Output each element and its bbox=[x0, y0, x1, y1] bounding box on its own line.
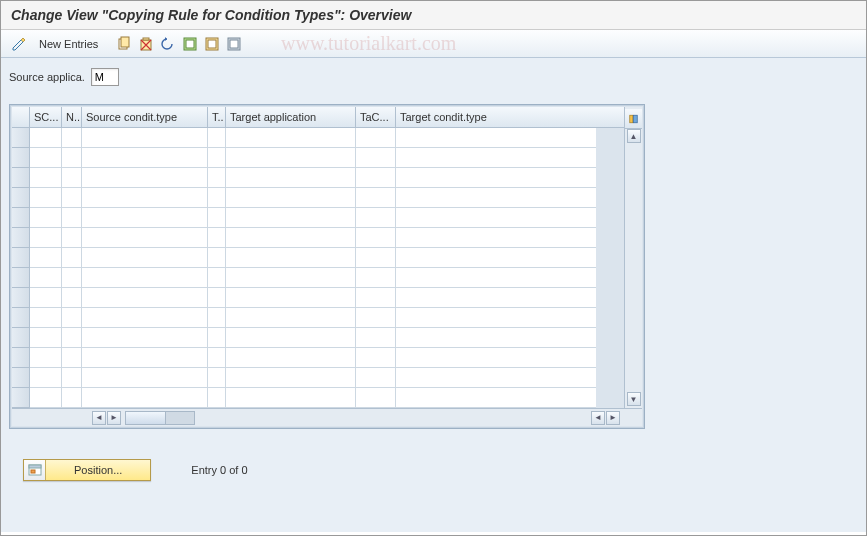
table-cell[interactable] bbox=[356, 228, 396, 248]
table-cell[interactable] bbox=[208, 268, 226, 288]
table-cell[interactable] bbox=[396, 188, 596, 208]
table-cell[interactable] bbox=[62, 128, 82, 148]
table-cell[interactable] bbox=[226, 288, 356, 308]
table-cell[interactable] bbox=[226, 128, 356, 148]
table-cell[interactable] bbox=[62, 228, 82, 248]
table-cell[interactable] bbox=[226, 148, 356, 168]
table-cell[interactable] bbox=[62, 288, 82, 308]
row-selector[interactable] bbox=[12, 228, 30, 248]
table-cell[interactable] bbox=[208, 368, 226, 388]
col-header-source-condit-type[interactable]: Source condit.type bbox=[82, 107, 208, 127]
table-cell[interactable] bbox=[396, 288, 596, 308]
table-cell[interactable] bbox=[356, 208, 396, 228]
table-cell[interactable] bbox=[82, 148, 208, 168]
table-cell[interactable] bbox=[226, 328, 356, 348]
table-cell[interactable] bbox=[396, 128, 596, 148]
table-cell[interactable] bbox=[82, 308, 208, 328]
row-selector[interactable] bbox=[12, 168, 30, 188]
table-cell[interactable] bbox=[208, 228, 226, 248]
table-cell[interactable] bbox=[82, 288, 208, 308]
table-cell[interactable] bbox=[82, 348, 208, 368]
new-entries-button[interactable]: New Entries bbox=[31, 36, 106, 52]
table-row[interactable] bbox=[12, 248, 624, 268]
scroll-down-icon[interactable]: ▼ bbox=[627, 392, 641, 406]
table-cell[interactable] bbox=[356, 268, 396, 288]
table-cell[interactable] bbox=[226, 168, 356, 188]
table-row[interactable] bbox=[12, 148, 624, 168]
table-config-icon[interactable] bbox=[625, 109, 642, 129]
table-cell[interactable] bbox=[82, 228, 208, 248]
table-cell[interactable] bbox=[30, 188, 62, 208]
table-cell[interactable] bbox=[62, 268, 82, 288]
table-cell[interactable] bbox=[208, 248, 226, 268]
row-selector[interactable] bbox=[12, 348, 30, 368]
table-cell[interactable] bbox=[396, 348, 596, 368]
table-cell[interactable] bbox=[62, 248, 82, 268]
table-cell[interactable] bbox=[396, 148, 596, 168]
table-cell[interactable] bbox=[356, 308, 396, 328]
table-cell[interactable] bbox=[62, 208, 82, 228]
horizontal-scrollbar[interactable]: ◄ ► ◄ ► bbox=[12, 408, 642, 426]
table-cell[interactable] bbox=[396, 228, 596, 248]
table-cell[interactable] bbox=[62, 368, 82, 388]
table-cell[interactable] bbox=[226, 248, 356, 268]
table-row[interactable] bbox=[12, 128, 624, 148]
col-header-t[interactable]: T.. bbox=[208, 107, 226, 127]
table-cell[interactable] bbox=[62, 168, 82, 188]
table-cell[interactable] bbox=[226, 208, 356, 228]
table-row[interactable] bbox=[12, 388, 624, 408]
table-cell[interactable] bbox=[356, 128, 396, 148]
table-cell[interactable] bbox=[30, 128, 62, 148]
scroll-up-icon[interactable]: ▲ bbox=[627, 129, 641, 143]
table-cell[interactable] bbox=[30, 168, 62, 188]
table-cell[interactable] bbox=[208, 388, 226, 408]
table-cell[interactable] bbox=[226, 188, 356, 208]
vertical-scrollbar[interactable]: ▲ ▼ bbox=[624, 107, 642, 408]
table-cell[interactable] bbox=[208, 168, 226, 188]
scroll-left-end-icon[interactable]: ◄ bbox=[591, 411, 605, 425]
table-cell[interactable] bbox=[356, 328, 396, 348]
table-cell[interactable] bbox=[62, 148, 82, 168]
row-selector[interactable] bbox=[12, 268, 30, 288]
scroll-left-icon[interactable]: ◄ bbox=[92, 411, 106, 425]
row-selector[interactable] bbox=[12, 308, 30, 328]
scroll-right-icon[interactable]: ► bbox=[107, 411, 121, 425]
position-button[interactable]: Position... bbox=[23, 459, 151, 481]
table-cell[interactable] bbox=[62, 328, 82, 348]
table-cell[interactable] bbox=[82, 248, 208, 268]
table-cell[interactable] bbox=[208, 328, 226, 348]
table-cell[interactable] bbox=[82, 388, 208, 408]
table-cell[interactable] bbox=[208, 148, 226, 168]
table-cell[interactable] bbox=[30, 228, 62, 248]
table-cell[interactable] bbox=[396, 168, 596, 188]
table-cell[interactable] bbox=[82, 328, 208, 348]
table-row[interactable] bbox=[12, 348, 624, 368]
row-selector[interactable] bbox=[12, 208, 30, 228]
table-row[interactable] bbox=[12, 308, 624, 328]
row-selector[interactable] bbox=[12, 128, 30, 148]
row-selector[interactable] bbox=[12, 288, 30, 308]
col-header-target-condit-type[interactable]: Target condit.type bbox=[396, 107, 596, 127]
row-selector[interactable] bbox=[12, 368, 30, 388]
table-row[interactable] bbox=[12, 368, 624, 388]
table-cell[interactable] bbox=[82, 268, 208, 288]
table-cell[interactable] bbox=[396, 308, 596, 328]
table-cell[interactable] bbox=[208, 128, 226, 148]
table-cell[interactable] bbox=[396, 268, 596, 288]
copy-icon[interactable] bbox=[114, 34, 134, 54]
table-cell[interactable] bbox=[30, 308, 62, 328]
table-cell[interactable] bbox=[208, 308, 226, 328]
row-selector[interactable] bbox=[12, 388, 30, 408]
table-cell[interactable] bbox=[396, 208, 596, 228]
table-cell[interactable] bbox=[356, 288, 396, 308]
table-cell[interactable] bbox=[226, 228, 356, 248]
table-cell[interactable] bbox=[226, 308, 356, 328]
table-row[interactable] bbox=[12, 328, 624, 348]
table-cell[interactable] bbox=[30, 328, 62, 348]
table-row[interactable] bbox=[12, 168, 624, 188]
table-cell[interactable] bbox=[30, 348, 62, 368]
row-selector[interactable] bbox=[12, 148, 30, 168]
table-cell[interactable] bbox=[226, 348, 356, 368]
col-header-target-application[interactable]: Target application bbox=[226, 107, 356, 127]
table-cell[interactable] bbox=[30, 288, 62, 308]
